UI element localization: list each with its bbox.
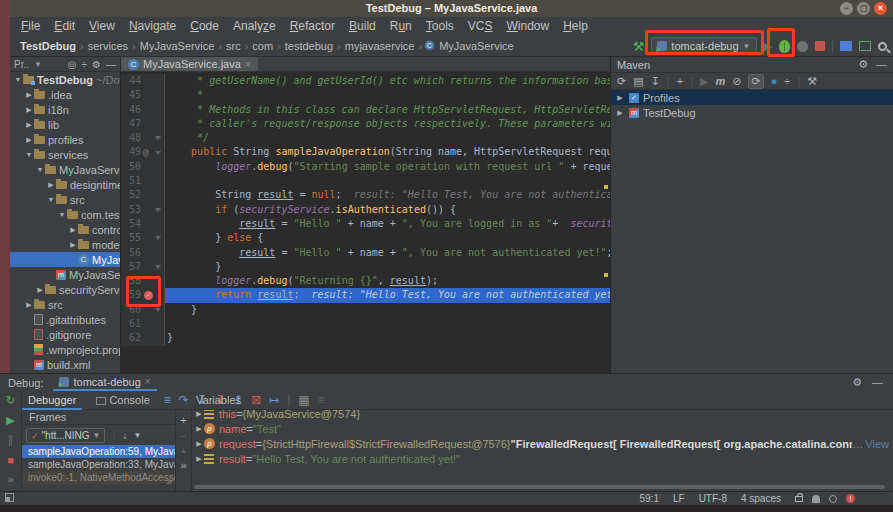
status-value[interactable]: UTF-8 — [699, 493, 727, 504]
view-link[interactable]: View — [863, 438, 893, 450]
code-area[interactable]: 44 * getUserName() and getUserId() etc w… — [121, 74, 610, 373]
more-icon[interactable]: » — [7, 473, 13, 485]
tree-item[interactable]: ▼src — [10, 192, 120, 207]
menu-item-run[interactable]: Run — [383, 19, 419, 33]
menu-item-build[interactable]: Build — [342, 19, 383, 33]
frame-row[interactable]: sampleJavaOperation:59, MyJavaService — [22, 445, 175, 458]
maximize-button[interactable]: ◻ — [857, 2, 870, 15]
change-stripe[interactable] — [604, 185, 608, 189]
tree-expand-arrow[interactable]: ▶ — [194, 455, 204, 463]
menu-item-navigate[interactable]: Navigate — [122, 19, 183, 33]
execute-goal-icon[interactable]: m — [715, 75, 725, 87]
breadcrumb-item[interactable]: MyJavaService — [138, 40, 217, 52]
maven-item-testdebug[interactable]: ▶mTestDebug — [611, 105, 893, 120]
resume-icon[interactable]: ▶ — [6, 414, 14, 427]
tree-expand-arrow[interactable]: ▼ — [57, 211, 67, 218]
fold-marker[interactable] — [155, 308, 161, 312]
tree-item[interactable]: ▼MyJavaService — [10, 162, 120, 177]
move-up-icon[interactable]: ▲ — [180, 446, 188, 455]
breadcrumb-item[interactable]: com — [250, 40, 275, 52]
tree-item[interactable]: ▼services — [10, 147, 120, 162]
layout-icon[interactable] — [859, 41, 871, 51]
pause-icon[interactable]: ∥ — [8, 434, 14, 447]
frame-row[interactable]: invoke0:-1, NativeMethodAccessorImpl — [22, 471, 175, 484]
gutter[interactable]: 53 — [121, 203, 165, 217]
tree-expand-arrow[interactable]: ▶ — [24, 136, 34, 144]
skip-tests-icon[interactable]: ⊘ — [732, 75, 741, 88]
stop-icon[interactable] — [815, 41, 825, 51]
change-stripe[interactable] — [604, 273, 608, 277]
menu-item-tools[interactable]: Tools — [419, 19, 461, 33]
notifications-icon[interactable] — [829, 495, 837, 503]
tree-expand-arrow[interactable]: ▶ — [24, 301, 34, 309]
lock-icon[interactable] — [795, 496, 803, 502]
gear-icon[interactable]: ⚙ — [858, 58, 868, 71]
breadcrumb-item[interactable]: myjavaservice — [343, 40, 417, 52]
collapse-all-icon[interactable]: ÷ — [784, 75, 790, 87]
gutter[interactable]: 52 — [121, 188, 165, 202]
tree-expand-arrow[interactable]: ▼ — [46, 196, 56, 203]
horizontal-scrollbar[interactable] — [194, 485, 885, 489]
tree-item[interactable]: ▶model — [10, 237, 120, 252]
run-config-combo[interactable]: tomcat-debug ▼ — [651, 37, 756, 55]
hide-panel-icon[interactable]: — — [106, 59, 116, 70]
search-everywhere-icon[interactable] — [878, 42, 887, 51]
tree-item[interactable]: ▶designtime — [10, 177, 120, 192]
gutter[interactable]: 54 — [121, 217, 165, 231]
tree-item[interactable]: ▶src — [10, 297, 120, 312]
menu-item-refactor[interactable]: Refactor — [283, 19, 342, 33]
step-over-icon[interactable]: ↷ — [179, 393, 189, 407]
tree-expand-arrow[interactable]: ▶ — [68, 226, 78, 234]
tree-expand-arrow[interactable]: ▼ — [13, 76, 23, 83]
variable-row[interactable]: ▶result = "Hello Test, You are not authe… — [192, 451, 893, 466]
menu-item-vcs[interactable]: VCS — [461, 19, 500, 33]
tree-item[interactable]: mbuild.xml — [10, 357, 120, 372]
gutter[interactable]: 55 — [121, 231, 165, 245]
download-sources-icon[interactable]: ↧ — [651, 75, 660, 88]
breakpoint-icon[interactable]: ✓ — [144, 291, 153, 300]
tree-expand-arrow[interactable]: ▶ — [68, 241, 78, 249]
gutter[interactable]: 45 — [121, 88, 165, 102]
tree-item[interactable]: ▼TestDebug~/Downloads — [10, 72, 120, 87]
tree-item[interactable]: ▶securityService — [10, 282, 120, 297]
tree-expand-arrow[interactable]: ▶ — [615, 94, 625, 102]
frame-up-icon[interactable]: ↑ — [111, 430, 116, 441]
gutter[interactable]: 62 — [121, 331, 165, 345]
debug-session-tab[interactable]: tomcat-debug × — [53, 374, 156, 391]
gutter[interactable]: 57 — [121, 260, 165, 274]
tree-item[interactable]: ▶i18n — [10, 102, 120, 117]
collapse-all-icon[interactable]: ÷ — [82, 59, 88, 70]
tree-item[interactable]: CMyJavaService — [10, 252, 120, 267]
tree-expand-arrow[interactable]: ▶ — [24, 121, 34, 129]
maven-settings-icon[interactable]: ⚒ — [807, 75, 817, 88]
tree-item[interactable]: .gitattributes — [10, 312, 120, 327]
menu-item-code[interactable]: Code — [183, 19, 226, 33]
tab-debugger[interactable]: Debugger — [22, 391, 82, 410]
gear-icon[interactable]: ⚙ — [92, 59, 101, 70]
frame-row[interactable]: sampleJavaOperation:33, MyJavaService — [22, 458, 175, 471]
generate-sources-icon[interactable]: ▤ — [633, 75, 643, 88]
tree-expand-arrow[interactable]: ▼ — [35, 166, 45, 173]
breadcrumb-item[interactable]: TestDebug — [18, 40, 78, 52]
fold-marker[interactable] — [155, 136, 161, 140]
fold-marker[interactable] — [155, 265, 161, 269]
gear-icon[interactable]: ⚙ — [852, 376, 862, 389]
toolwindow-toggle-icon[interactable] — [5, 493, 14, 502]
tree-expand-arrow[interactable]: ▶ — [194, 440, 204, 448]
tree-expand-arrow[interactable]: ▶ — [615, 109, 625, 117]
auto-reload-icon[interactable]: ⟳ — [748, 74, 763, 89]
gutter[interactable]: 44 — [121, 74, 165, 88]
tab-console[interactable]: Console — [90, 391, 155, 410]
more-icon[interactable]: » — [166, 476, 172, 487]
breadcrumb-item[interactable]: services — [86, 40, 130, 52]
tree-item[interactable]: .wmproject.properties — [10, 342, 120, 357]
gutter[interactable]: 51 — [121, 174, 165, 188]
locate-icon[interactable]: ◎ — [68, 59, 77, 70]
more-icon[interactable]: » — [180, 459, 186, 471]
gutter[interactable]: 56 — [121, 246, 165, 260]
debug-button-icon[interactable] — [779, 40, 790, 53]
editor-tab[interactable]: C MyJavaService.java × — [121, 57, 258, 71]
fold-marker[interactable] — [155, 236, 161, 240]
gutter[interactable]: 49@ — [121, 145, 165, 159]
tree-item[interactable]: mMyJavaService — [10, 267, 120, 282]
